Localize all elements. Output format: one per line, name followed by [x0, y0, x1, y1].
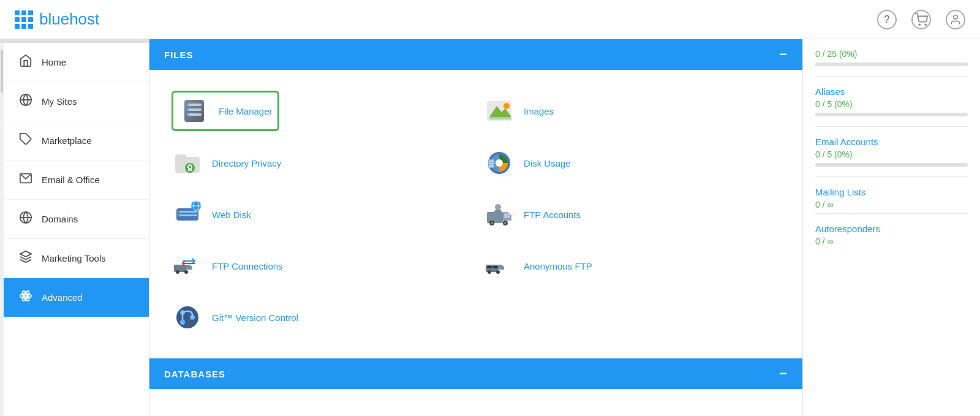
- files-items-grid: File Manager Images: [149, 70, 802, 358]
- right-sidebar: 0 / 25 (0%) Aliases 0 / 5 (0%) Email Acc…: [802, 39, 980, 416]
- databases-collapse-button[interactable]: −: [779, 367, 788, 380]
- svg-point-63: [176, 306, 198, 328]
- layers-icon: [18, 250, 33, 267]
- sidebar-item-marketplace[interactable]: Marketplace: [4, 121, 149, 161]
- nav-icons: ?: [877, 10, 965, 29]
- email-accounts-stat: Email Accounts 0 / 5 (0%): [815, 137, 968, 167]
- email-accounts-value: 0 / 5 (0%): [815, 149, 968, 159]
- ftp-connections-label: FTP Connections: [212, 261, 283, 271]
- databases-header-label: DATABASES: [164, 369, 225, 379]
- atom-icon: [18, 289, 33, 306]
- svg-point-22: [503, 103, 510, 109]
- ftp-accounts-item[interactable]: FTP Accounts: [476, 189, 788, 240]
- autoresponders-label: Autoresponders: [815, 224, 968, 234]
- sidebar-item-my-sites-label: My Sites: [42, 96, 77, 107]
- logo-grid-icon: [15, 10, 33, 29]
- svg-point-46: [491, 222, 493, 224]
- images-item[interactable]: Images: [476, 85, 788, 137]
- file-manager-item[interactable]: File Manager: [172, 91, 279, 131]
- sidebar-item-domains[interactable]: Domains: [4, 200, 149, 239]
- sidebar-item-home-label: Home: [42, 57, 66, 67]
- wordpress-icon: [18, 93, 33, 110]
- git-version-control-item[interactable]: Git™ Version Control: [164, 292, 476, 343]
- databases-section: DATABASES −: [149, 358, 802, 389]
- svg-marker-51: [186, 265, 192, 270]
- files-section-header: FILES −: [149, 39, 802, 70]
- svg-point-48: [504, 222, 507, 224]
- logo-area: bluehost: [15, 10, 99, 29]
- disk-usage-label: Disk Usage: [524, 158, 571, 168]
- ftp-connections-item[interactable]: FTP Connections: [164, 240, 476, 292]
- disk-usage-icon: [483, 147, 515, 179]
- sidebar-list: Home My Sites: [4, 43, 149, 416]
- sidebar-item-domains-label: Domains: [42, 214, 78, 224]
- ftp-accounts-label: FTP Accounts: [524, 210, 581, 220]
- storage-progress: [815, 62, 968, 66]
- sidebar-scroll: Home My Sites: [0, 43, 149, 416]
- svg-rect-35: [178, 211, 197, 213]
- sidebar-item-marketplace-label: Marketplace: [42, 135, 92, 146]
- anonymous-ftp-label: Anonymous FTP: [524, 261, 592, 271]
- svg-rect-31: [489, 161, 494, 162]
- svg-rect-33: [489, 165, 494, 167]
- svg-rect-32: [489, 163, 494, 164]
- images-icon: [483, 95, 515, 127]
- directory-privacy-icon: [172, 147, 203, 179]
- svg-point-18: [187, 108, 189, 111]
- svg-rect-42: [487, 212, 503, 223]
- svg-point-59: [496, 270, 500, 274]
- storage-stat: 0 / 25 (0%): [815, 49, 968, 66]
- empty-cell: [476, 292, 788, 343]
- svg-point-53: [184, 270, 188, 274]
- files-collapse-button[interactable]: −: [779, 48, 788, 61]
- user-icon[interactable]: [946, 10, 965, 29]
- anonymous-ftp-item[interactable]: Anonymous FTP: [476, 240, 788, 292]
- anonymous-ftp-icon: [483, 250, 515, 282]
- sidebar-item-advanced[interactable]: Advanced: [4, 278, 149, 317]
- divider-1: [815, 76, 968, 77]
- sidebar-item-email-office[interactable]: Email & Office: [4, 161, 149, 200]
- storage-value: 0 / 25 (0%): [815, 49, 968, 59]
- top-navigation: bluehost ?: [0, 0, 980, 39]
- web-disk-item[interactable]: Web Disk: [164, 189, 476, 240]
- images-label: Images: [524, 106, 554, 116]
- home-icon: [18, 54, 33, 70]
- aliases-value: 0 / 5 (0%): [815, 99, 968, 109]
- file-manager-cell: File Manager: [164, 85, 476, 137]
- databases-section-header: DATABASES −: [149, 358, 802, 389]
- git-icon: [172, 301, 203, 333]
- email-accounts-progress: [815, 163, 968, 167]
- svg-point-9: [24, 295, 27, 297]
- web-disk-icon: [172, 199, 203, 230]
- svg-rect-26: [190, 169, 191, 170]
- aliases-progress: [815, 113, 968, 116]
- svg-rect-60: [487, 266, 492, 268]
- svg-rect-44: [504, 213, 510, 218]
- svg-point-49: [495, 204, 501, 210]
- svg-point-37: [178, 211, 180, 213]
- svg-point-58: [488, 270, 491, 274]
- ftp-connections-icon: [172, 250, 203, 282]
- help-icon[interactable]: ?: [877, 10, 897, 29]
- directory-privacy-label: Directory Privacy: [212, 158, 281, 168]
- web-disk-label: Web Disk: [212, 210, 251, 220]
- cart-icon[interactable]: [911, 10, 931, 29]
- svg-marker-23: [489, 117, 511, 119]
- main-layout: Home My Sites: [0, 39, 980, 416]
- disk-usage-item[interactable]: Disk Usage: [476, 137, 788, 189]
- sidebar-item-my-sites[interactable]: My Sites: [4, 82, 149, 121]
- svg-point-19: [187, 113, 189, 116]
- directory-privacy-item[interactable]: Directory Privacy: [164, 137, 476, 189]
- email-icon: [18, 172, 33, 188]
- divider-3: [815, 176, 968, 177]
- svg-point-0: [919, 24, 920, 25]
- autoresponders-stat: Autoresponders 0 / ∞: [815, 224, 968, 246]
- sidebar-item-home[interactable]: Home: [4, 43, 149, 82]
- svg-marker-8: [20, 251, 31, 257]
- email-accounts-label: Email Accounts: [815, 137, 968, 147]
- sidebar-item-marketing-tools[interactable]: Marketing Tools: [4, 239, 149, 278]
- autoresponders-value: 0 / ∞: [815, 236, 968, 246]
- ftp-accounts-icon: [483, 199, 515, 230]
- file-manager-label: File Manager: [219, 106, 273, 116]
- divider-4: [815, 213, 968, 214]
